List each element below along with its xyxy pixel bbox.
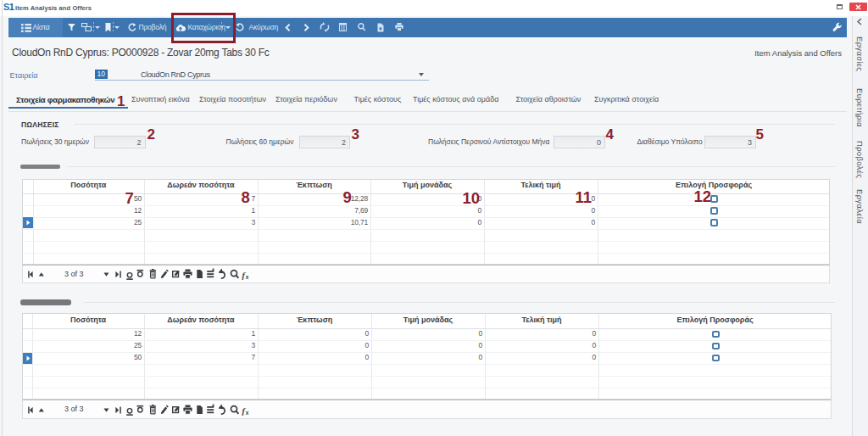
svg-text:x: x: [246, 274, 249, 280]
svg-text:x: x: [246, 410, 249, 416]
